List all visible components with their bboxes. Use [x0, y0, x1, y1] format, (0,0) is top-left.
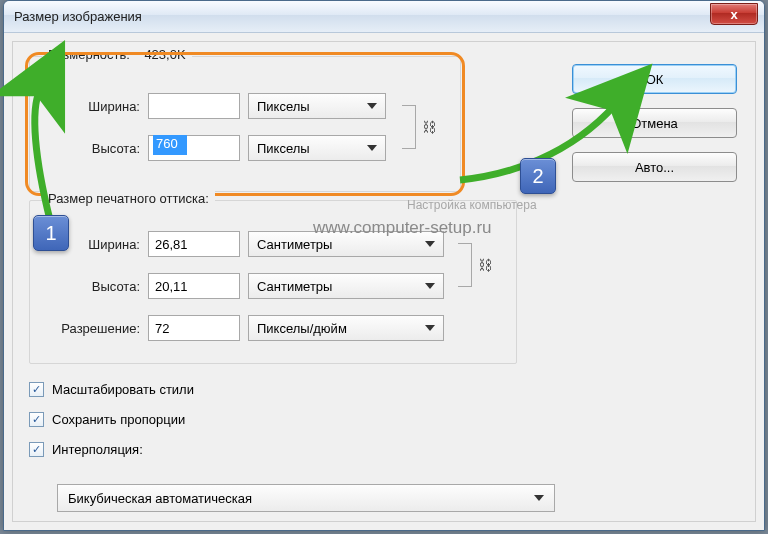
- link-icon[interactable]: ⛓: [420, 117, 438, 137]
- pixel-dimensions-group: Размерность: 423,0K Ширина: Пикселы Высо…: [29, 56, 461, 192]
- pixel-width-label: Ширина:: [44, 99, 140, 114]
- scale-styles-label: Масштабировать стили: [52, 382, 194, 397]
- pixel-height-unit-select[interactable]: Пикселы: [248, 135, 386, 161]
- callout-badge-1: 1: [33, 215, 69, 251]
- chevron-down-icon: [367, 103, 377, 109]
- pixel-width-input[interactable]: [148, 93, 240, 119]
- pixel-height-label: Высота:: [44, 141, 140, 156]
- link-icon[interactable]: ⛓: [476, 255, 494, 275]
- pixel-width-unit-select[interactable]: Пикселы: [248, 93, 386, 119]
- close-icon: x: [730, 7, 737, 22]
- ok-button[interactable]: ОК: [572, 64, 737, 94]
- scale-styles-checkbox[interactable]: ✓ Масштабировать стили: [29, 382, 194, 397]
- chevron-down-icon: [425, 325, 435, 331]
- auto-button[interactable]: Авто...: [572, 152, 737, 182]
- link-bracket: [458, 243, 472, 287]
- window-title: Размер изображения: [14, 9, 142, 24]
- print-legend: Размер печатного оттиска:: [42, 191, 215, 206]
- interpolation-label: Интерполяция:: [52, 442, 143, 457]
- print-height-label: Высота:: [44, 279, 140, 294]
- chevron-down-icon: [534, 495, 544, 501]
- dialog-window: Размер изображения x ОК Отмена Авто... Р…: [3, 0, 765, 531]
- pixel-height-row: Высота: Пикселы: [44, 135, 386, 161]
- print-height-row: Высота: Сантиметры: [44, 273, 444, 299]
- print-width-input[interactable]: [148, 231, 240, 257]
- constrain-checkbox[interactable]: ✓ Сохранить пропорции: [29, 412, 185, 427]
- callout-badge-2: 2: [520, 158, 556, 194]
- resolution-unit-select[interactable]: Пикселы/дюйм: [248, 315, 444, 341]
- link-bracket: [402, 105, 416, 149]
- pixel-width-row: Ширина: Пикселы: [44, 93, 386, 119]
- watermark-line2: www.computer-setup.ru: [313, 218, 492, 238]
- constrain-label: Сохранить пропорции: [52, 412, 185, 427]
- resolution-label: Разрешение:: [30, 321, 140, 336]
- interpolation-method-select[interactable]: Бикубическая автоматическая: [57, 484, 555, 512]
- print-height-input[interactable]: [148, 273, 240, 299]
- close-button[interactable]: x: [710, 3, 758, 25]
- client-area: ОК Отмена Авто... Размерность: 423,0K Ши…: [12, 41, 756, 522]
- print-height-unit-select[interactable]: Сантиметры: [248, 273, 444, 299]
- titlebar: Размер изображения x: [4, 1, 764, 33]
- pixel-legend: Размерность: 423,0K: [42, 47, 192, 62]
- cancel-button[interactable]: Отмена: [572, 108, 737, 138]
- chevron-down-icon: [425, 283, 435, 289]
- watermark-line1: Настройка компьютера: [407, 198, 537, 212]
- checkbox-icon: ✓: [29, 382, 44, 397]
- checkbox-icon: ✓: [29, 412, 44, 427]
- resolution-input[interactable]: [148, 315, 240, 341]
- chevron-down-icon: [425, 241, 435, 247]
- checkbox-icon: ✓: [29, 442, 44, 457]
- interpolation-checkbox[interactable]: ✓ Интерполяция:: [29, 442, 143, 457]
- resolution-row: Разрешение: Пикселы/дюйм: [30, 315, 444, 341]
- chevron-down-icon: [367, 145, 377, 151]
- buttons-column: ОК Отмена Авто...: [572, 64, 737, 182]
